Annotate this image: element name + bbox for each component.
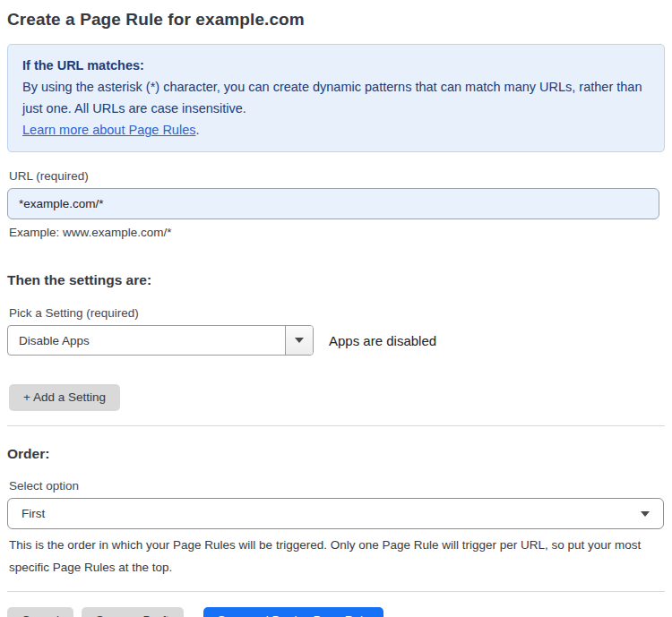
order-select[interactable]: First: [7, 498, 664, 529]
footer-actions: Cancel Save as Draft Save and Deploy Pag…: [7, 607, 665, 617]
order-select-label: Select option: [9, 478, 665, 493]
cancel-button[interactable]: Cancel: [7, 607, 73, 617]
info-box-body: By using the asterisk (*) character, you…: [22, 76, 650, 119]
settings-section-heading: Then the settings are:: [7, 271, 665, 288]
setting-select[interactable]: Disable Apps: [7, 325, 314, 356]
info-box-link-line: Learn more about Page Rules.: [22, 119, 650, 141]
url-input[interactable]: [7, 188, 659, 219]
add-setting-button[interactable]: + Add a Setting: [9, 384, 120, 411]
url-match-info-box: If the URL matches: By using the asteris…: [7, 44, 665, 152]
info-link-suffix: .: [195, 123, 199, 137]
footer-divider: [7, 591, 665, 592]
learn-more-link[interactable]: Learn more about Page Rules: [22, 123, 195, 137]
setting-select-value: Disable Apps: [8, 334, 90, 347]
order-select-value: First: [22, 507, 45, 520]
info-box-heading: If the URL matches:: [22, 55, 650, 76]
page-title: Create a Page Rule for example.com: [7, 9, 665, 30]
setting-select-arrow-button[interactable]: [285, 326, 313, 355]
setting-picker-label: Pick a Setting (required): [9, 305, 665, 321]
setting-row: Disable Apps Apps are disabled: [7, 325, 665, 356]
caret-down-icon: [641, 511, 650, 517]
create-page-rule-form: Create a Page Rule for example.com If th…: [0, 0, 672, 617]
setting-status-text: Apps are disabled: [329, 333, 436, 348]
save-as-draft-button[interactable]: Save as Draft: [82, 607, 184, 617]
caret-down-icon: [295, 338, 304, 343]
order-section-heading: Order:: [7, 445, 665, 462]
save-deploy-button[interactable]: Save and Deploy Page Rule: [203, 607, 384, 617]
url-field-label: URL (required): [9, 168, 665, 184]
section-divider: [7, 425, 665, 426]
order-helper-text: This is the order in which your Page Rul…: [9, 534, 659, 578]
url-field-helper: Example: www.example.com/*: [9, 225, 665, 240]
